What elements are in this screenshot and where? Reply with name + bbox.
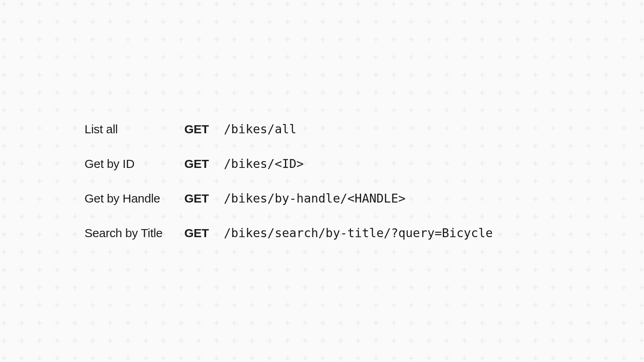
endpoints-list: List all GET /bikes/all Get by ID GET /b… [0,0,644,362]
endpoint-row: Search by Title GET /bikes/search/by-tit… [85,226,644,240]
endpoint-row: List all GET /bikes/all [85,122,644,137]
endpoint-label: Search by Title [85,226,184,240]
endpoint-method: GET [184,157,224,171]
endpoint-method: GET [184,122,224,137]
endpoint-path: /bikes/all [224,122,297,137]
endpoint-label: Get by Handle [85,191,184,206]
endpoint-path: /bikes/by-handle/<HANDLE> [224,191,406,206]
endpoint-label: List all [85,122,184,137]
endpoint-row: Get by ID GET /bikes/<ID> [85,157,644,171]
endpoint-method: GET [184,226,224,240]
endpoint-path: /bikes/search/by-title/?query=Bicycle [224,226,493,240]
endpoint-row: Get by Handle GET /bikes/by-handle/<HAND… [85,191,644,206]
endpoint-path: /bikes/<ID> [224,157,304,171]
endpoint-method: GET [184,191,224,206]
endpoint-label: Get by ID [85,157,184,171]
